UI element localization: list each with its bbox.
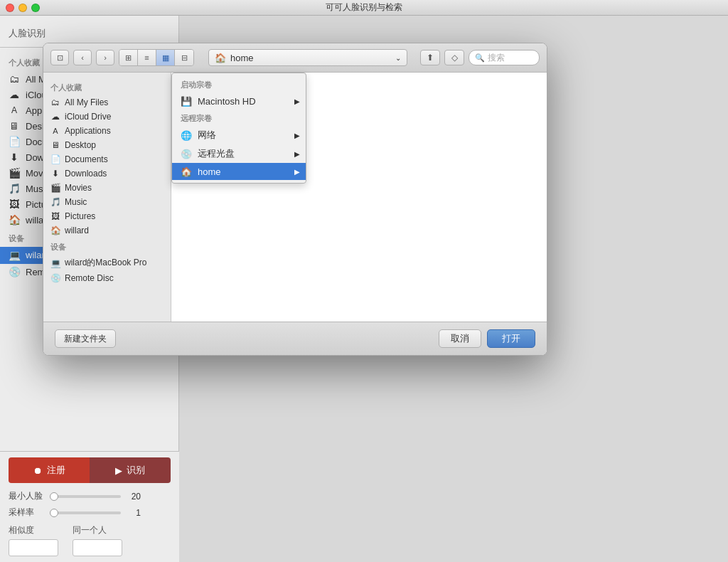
tag-button[interactable]: ◇: [444, 50, 464, 65]
ds-applications-label: Applications: [65, 126, 111, 136]
share-button[interactable]: ⬆: [420, 50, 440, 65]
macintosh-hd-arrow-icon: ▶: [294, 97, 300, 105]
ds-all-my-files-label: All My Files: [65, 97, 108, 107]
ds-all-my-files-icon: 🗂: [50, 97, 60, 107]
tag-icon: ◇: [451, 53, 458, 63]
ds-pictures-icon: 🖼: [50, 211, 60, 221]
startup-section-label: 启动宗卷: [172, 76, 306, 92]
nav-forward-button[interactable]: ›: [96, 50, 114, 65]
ds-pictures[interactable]: 🖼 Pictures: [43, 209, 171, 223]
share-icon: ⬆: [427, 53, 434, 63]
network-label: 网络: [198, 129, 216, 142]
macintosh-hd-label: Macintosh HD: [198, 96, 256, 107]
ds-downloads[interactable]: ⬇ Downloads: [43, 166, 171, 181]
ds-remote-disc-icon: 💿: [50, 273, 60, 283]
view-mode-group: ⊞ ≡ ▦ ⊟: [119, 49, 194, 66]
remote-dvd-icon: 💿: [181, 148, 192, 159]
nav-back-button[interactable]: ‹: [73, 50, 92, 65]
macintosh-hd-icon: 💾: [181, 95, 192, 107]
view-column-button[interactable]: ▦: [156, 50, 175, 65]
dropdown-network[interactable]: 🌐 网络 ▶: [172, 126, 306, 144]
nav-forward-icon: ›: [104, 53, 107, 62]
file-dialog: ⊡ ‹ › ⊞ ≡ ▦ ⊟: [43, 43, 547, 356]
ds-downloads-label: Downloads: [65, 169, 107, 179]
view-column-icon: ▦: [162, 53, 169, 63]
ds-icloud[interactable]: ☁ iCloud Drive: [43, 110, 171, 124]
remote-section-label: 远程宗卷: [172, 110, 306, 126]
view-icon-icon: ⊞: [125, 53, 132, 63]
ds-macbook-label: wilard的MacBook Pro: [65, 257, 146, 269]
location-dropdown: 启动宗卷 💾 Macintosh HD ▶ 远程宗卷 🌐 网络 ▶ 💿: [171, 73, 306, 184]
location-label: home: [230, 53, 254, 63]
remote-dvd-arrow-icon: ▶: [294, 150, 300, 158]
sidebar-toggle-icon: ⊡: [57, 53, 63, 63]
home-arrow-icon: ▶: [294, 168, 300, 176]
view-flow-button[interactable]: ⊟: [175, 50, 193, 65]
ds-movies[interactable]: 🎬 Movies: [43, 181, 171, 195]
view-list-icon: ≡: [144, 53, 149, 62]
ds-remote-disc[interactable]: 💿 Remote Disc: [43, 271, 171, 285]
home-icon: 🏠: [181, 166, 192, 177]
ds-documents[interactable]: 📄 Documents: [43, 152, 171, 166]
footer-right: 取消 打开: [439, 329, 535, 348]
network-arrow-icon: ▶: [294, 132, 300, 139]
ds-macbook[interactable]: 💻 wilard的MacBook Pro: [43, 255, 171, 271]
view-icon-button[interactable]: ⊞: [119, 50, 138, 65]
dialog-sidebar: 个人收藏 🗂 All My Files ☁ iCloud Drive A App…: [43, 73, 171, 322]
remote-dvd-label: 远程光盘: [198, 147, 235, 160]
location-icon: 🏠: [215, 53, 226, 63]
ds-willard[interactable]: 🏠 willard: [43, 223, 171, 238]
dialog-footer: 新建文件夹 取消 打开: [43, 322, 547, 355]
search-placeholder: 搜索: [488, 52, 505, 64]
network-icon: 🌐: [181, 129, 192, 141]
view-flow-icon: ⊟: [181, 53, 188, 63]
footer-left: 新建文件夹: [55, 329, 116, 348]
ds-music-icon: 🎵: [50, 197, 60, 207]
open-button[interactable]: 打开: [487, 329, 535, 348]
ds-documents-icon: 📄: [50, 154, 60, 164]
ds-macbook-icon: 💻: [50, 258, 60, 268]
ds-applications-icon: A: [50, 126, 60, 136]
ds-all-my-files[interactable]: 🗂 All My Files: [43, 95, 171, 110]
view-list-button[interactable]: ≡: [138, 50, 156, 65]
home-label: home: [198, 166, 221, 177]
location-selector[interactable]: 🏠 home ⌄: [208, 49, 407, 66]
ds-desktop-icon: 🖥: [50, 140, 60, 150]
ds-downloads-icon: ⬇: [50, 169, 60, 179]
ds-documents-label: Documents: [65, 154, 108, 164]
location-chevron-icon: ⌄: [395, 54, 401, 62]
dropdown-remote-dvd[interactable]: 💿 远程光盘 ▶: [172, 144, 306, 163]
search-icon: 🔍: [475, 53, 485, 63]
sidebar-toggle-button[interactable]: ⊡: [50, 50, 69, 65]
ds-remote-disc-label: Remote Disc: [65, 273, 114, 283]
nav-back-icon: ‹: [81, 53, 84, 62]
ds-movies-icon: 🎬: [50, 183, 60, 193]
ds-desktop[interactable]: 🖥 Desktop: [43, 138, 171, 152]
new-folder-button[interactable]: 新建文件夹: [55, 329, 116, 348]
ds-pictures-label: Pictures: [65, 211, 95, 221]
ds-music[interactable]: 🎵 Music: [43, 195, 171, 209]
ds-devices-label: 设备: [43, 238, 171, 255]
ds-personal-label: 个人收藏: [43, 78, 171, 95]
ds-applications[interactable]: A Applications: [43, 124, 171, 138]
ds-icloud-label: iCloud Drive: [65, 112, 111, 122]
dropdown-macintosh-hd[interactable]: 💾 Macintosh HD ▶: [172, 92, 306, 110]
ds-music-label: Music: [65, 197, 87, 207]
dialog-toolbar: ⊡ ‹ › ⊞ ≡ ▦ ⊟: [43, 43, 547, 73]
dialog-content: 启动宗卷 💾 Macintosh HD ▶ 远程宗卷 🌐 网络 ▶ 💿: [171, 73, 547, 322]
dialog-body: 个人收藏 🗂 All My Files ☁ iCloud Drive A App…: [43, 73, 547, 322]
ds-desktop-label: Desktop: [65, 140, 96, 150]
ds-willard-label: willard: [65, 226, 89, 235]
dialog-overlay: ⊡ ‹ › ⊞ ≡ ▦ ⊟: [0, 0, 728, 562]
ds-willard-icon: 🏠: [50, 226, 60, 235]
ds-movies-label: Movies: [65, 183, 92, 193]
search-box[interactable]: 🔍 搜索: [469, 50, 540, 65]
cancel-button[interactable]: 取消: [439, 329, 481, 348]
dropdown-home[interactable]: 🏠 home ▶: [172, 163, 306, 180]
ds-icloud-icon: ☁: [50, 112, 60, 122]
